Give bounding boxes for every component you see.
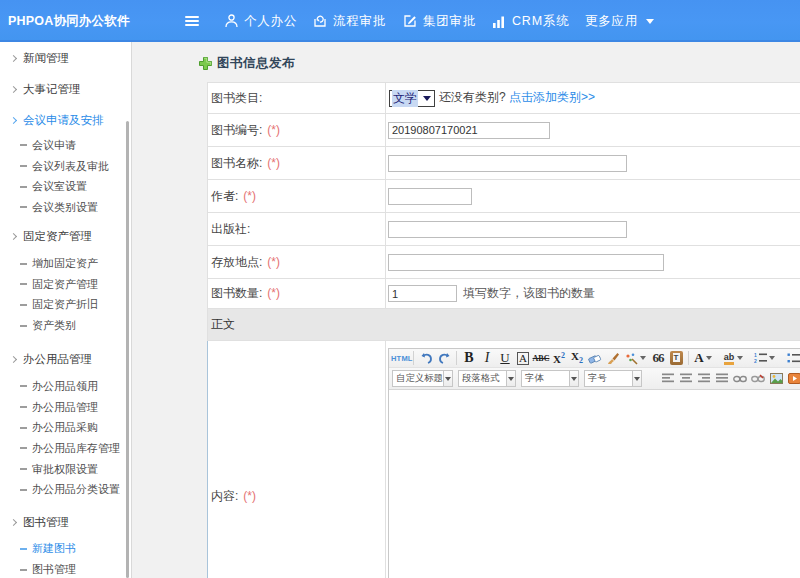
dropdown-value: 字体 (522, 371, 569, 386)
sidebar-subitem[interactable]: 审批权限设置 (0, 459, 131, 480)
custom-title-dropdown[interactable]: 自定义标题 (392, 370, 453, 387)
book-no-input[interactable] (388, 122, 550, 139)
sidebar-subitem[interactable]: 会议室设置 (0, 176, 131, 197)
add-category-link[interactable]: 点击添加类别>> (509, 90, 595, 104)
dash-icon (20, 263, 27, 265)
sidebar-subitem[interactable]: 固定资产折旧 (0, 295, 131, 316)
publisher-input[interactable] (388, 221, 627, 238)
superscript-letters: X2 (553, 351, 565, 365)
unordered-list-icon[interactable] (784, 350, 800, 367)
dash-icon (20, 548, 27, 550)
dropdown-caret-icon[interactable] (769, 356, 775, 360)
sidebar-subitem[interactable]: 增加固定资产 (0, 253, 131, 274)
sidebar-subitem[interactable]: 会议列表及审批 (0, 156, 131, 177)
dropdown-button[interactable] (632, 371, 641, 386)
dropdown-button[interactable] (569, 371, 578, 386)
strikethrough-icon[interactable]: ABC (532, 350, 550, 367)
sidebar-item-news[interactable]: 新闻管理 (0, 43, 131, 73)
dropdown-caret-icon[interactable] (706, 356, 712, 360)
form-row: 作者:(*) (208, 180, 800, 213)
user-icon (225, 14, 238, 28)
sidebar-subitem[interactable]: 资产类别 (0, 315, 131, 336)
quantity-input[interactable] (388, 285, 457, 302)
required-mark: (*) (267, 255, 280, 269)
dropdown-caret-icon[interactable] (737, 356, 743, 360)
sidebar-subitem[interactable]: 办公用品采购 (0, 417, 131, 438)
dropdown-caret-icon[interactable] (640, 356, 646, 360)
html-source-button[interactable]: HTML (391, 354, 410, 363)
font-size-dropdown[interactable]: 字号 (584, 370, 642, 387)
dash-icon (20, 144, 27, 146)
sidebar-subitem[interactable]: 会议申请 (0, 135, 131, 156)
dropdown-button[interactable] (506, 371, 515, 386)
remove-format-icon[interactable] (586, 350, 604, 367)
nav-crm-system[interactable]: CRM系统 (492, 0, 569, 42)
format-brush-icon[interactable] (604, 350, 622, 367)
sidebar-subitem[interactable]: 图书管理 (0, 559, 131, 578)
underline-icon[interactable]: U (496, 350, 514, 367)
paste-text-icon[interactable]: T (667, 350, 685, 367)
ordered-list-icon[interactable]: 12 (751, 350, 769, 367)
subscript-icon[interactable]: X2 (568, 350, 586, 367)
sidebar-item-office-supplies[interactable]: 办公用品管理 (0, 345, 131, 375)
sidebar-subitem[interactable]: 会议类别设置 (0, 197, 131, 218)
superscript-icon[interactable]: X2 (550, 350, 568, 367)
sidebar-subitem[interactable]: 办公用品分类设置 (0, 479, 131, 500)
toolbar-separator (413, 351, 414, 365)
font-size-icon[interactable]: A (514, 350, 532, 367)
sidebar-subitem[interactable]: 办公用品管理 (0, 397, 131, 418)
sidebar-subitem[interactable]: 办公用品库存管理 (0, 438, 131, 459)
section-label-text: 正文 (211, 317, 235, 331)
rich-text-editor: HTML B I U A ABC X2 (388, 348, 800, 578)
editor-content-area[interactable] (389, 390, 800, 578)
insert-media-icon[interactable] (785, 370, 800, 387)
book-form: 图书类目: 文学 还没有类别? 点击添加类别>> 图书编号:(*) 图书名称:(… (207, 82, 800, 578)
redo-icon[interactable] (435, 350, 453, 367)
category-select[interactable]: 文学 (389, 90, 435, 107)
font-family-dropdown[interactable]: 字体 (521, 370, 579, 387)
blockquote-icon[interactable]: 66 (649, 350, 667, 367)
main-content: 图书信息发布 图书类目: 文学 还没有类别? 点击添加类别>> 图书编号:(*)… (133, 42, 800, 578)
dash-icon (20, 206, 27, 208)
author-input[interactable] (388, 188, 472, 205)
toolbar-separator (456, 351, 457, 365)
justify-icon[interactable] (713, 370, 731, 387)
sidebar-item-books[interactable]: 图书管理 (0, 508, 131, 538)
align-right-icon[interactable] (695, 370, 713, 387)
caret-down-icon (646, 19, 654, 24)
required-mark: (*) (267, 286, 280, 300)
fontbox-letter: A (517, 352, 530, 365)
dash-icon (20, 304, 27, 306)
nav-more-apps[interactable]: 更多应用 (585, 0, 654, 42)
insert-image-icon[interactable] (767, 370, 785, 387)
dropdown-button[interactable] (443, 371, 452, 386)
paragraph-format-dropdown[interactable]: 段落格式 (458, 370, 516, 387)
undo-icon[interactable] (417, 350, 435, 367)
nav-group-approval[interactable]: 集团审批 (403, 0, 476, 42)
book-name-input[interactable] (388, 155, 627, 172)
align-center-icon[interactable] (677, 370, 695, 387)
highlight-color-icon[interactable]: ab (721, 350, 737, 367)
sidebar-scrollbar[interactable] (126, 121, 129, 578)
sidebar-subitem[interactable]: 固定资产管理 (0, 274, 131, 295)
unlink-icon[interactable] (749, 370, 767, 387)
quick-format-icon[interactable] (622, 350, 640, 367)
nav-process-approval[interactable]: 流程审批 (313, 0, 386, 42)
sidebar-item-meetings[interactable]: 会议申请及安排 (0, 105, 131, 135)
font-color-icon[interactable]: A (692, 350, 706, 367)
sidebar-item-events[interactable]: 大事记管理 (0, 74, 131, 104)
bar-chart-icon (492, 15, 506, 28)
bold-icon[interactable]: B (460, 350, 478, 367)
dash-icon (20, 489, 27, 491)
italic-icon[interactable]: I (478, 350, 496, 367)
plus-icon (199, 57, 212, 70)
form-row: 图书数量:(*) 填写数字，该图书的数量 (208, 279, 800, 309)
nav-personal-office[interactable]: 个人办公 (225, 0, 297, 42)
menu-toggle-icon[interactable] (185, 14, 199, 28)
location-input[interactable] (388, 254, 664, 271)
sidebar-subitem-new-book[interactable]: 新建图书 (0, 539, 131, 560)
sidebar-subitem[interactable]: 办公用品领用 (0, 376, 131, 397)
align-left-icon[interactable] (659, 370, 677, 387)
link-icon[interactable] (731, 370, 749, 387)
sidebar-item-fixed-assets[interactable]: 固定资产管理 (0, 222, 131, 252)
